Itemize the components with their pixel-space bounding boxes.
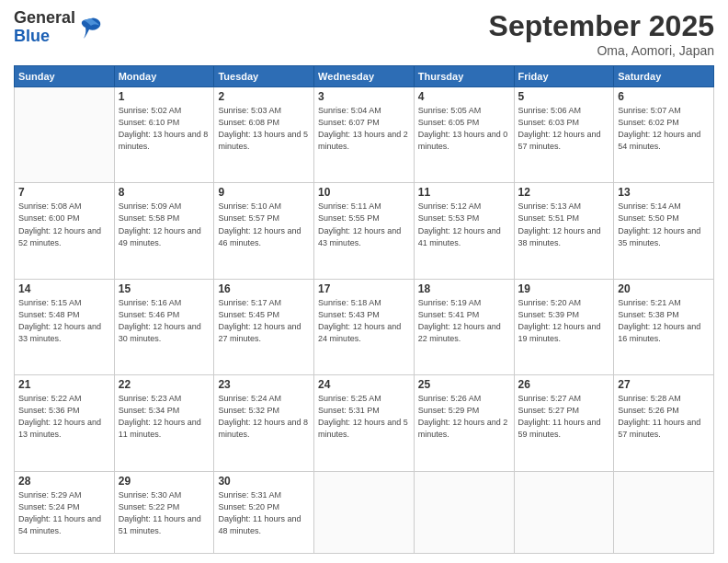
day-info: Sunrise: 5:31 AMSunset: 5:20 PMDaylight:… <box>218 489 310 537</box>
table-row <box>15 87 115 183</box>
logo-bird-icon <box>78 15 104 40</box>
calendar-week-row: 21Sunrise: 5:22 AMSunset: 5:36 PMDayligh… <box>15 375 714 471</box>
col-friday: Friday <box>514 66 614 87</box>
day-number: 14 <box>18 282 110 295</box>
day-number: 23 <box>218 378 310 391</box>
table-row: 16Sunrise: 5:17 AMSunset: 5:45 PMDayligh… <box>214 279 314 374</box>
table-row <box>414 471 514 553</box>
day-number: 9 <box>218 186 310 199</box>
table-row <box>614 471 714 553</box>
day-info: Sunrise: 5:13 AMSunset: 5:51 PMDaylight:… <box>518 201 610 248</box>
calendar-week-row: 1Sunrise: 5:02 AMSunset: 6:10 PMDaylight… <box>15 87 714 183</box>
calendar-week-row: 14Sunrise: 5:15 AMSunset: 5:48 PMDayligh… <box>15 279 714 374</box>
calendar-header-row: Sunday Monday Tuesday Wednesday Thursday… <box>15 66 714 87</box>
day-number: 21 <box>18 378 110 391</box>
table-row: 11Sunrise: 5:12 AMSunset: 5:53 PMDayligh… <box>414 183 514 279</box>
day-number: 26 <box>518 378 610 391</box>
table-row: 29Sunrise: 5:30 AMSunset: 5:22 PMDayligh… <box>114 471 214 553</box>
table-row: 27Sunrise: 5:28 AMSunset: 5:26 PMDayligh… <box>614 375 714 471</box>
day-number: 27 <box>618 378 710 391</box>
day-number: 30 <box>218 475 310 488</box>
day-info: Sunrise: 5:24 AMSunset: 5:32 PMDaylight:… <box>218 393 310 441</box>
day-number: 29 <box>119 475 210 488</box>
table-row: 21Sunrise: 5:22 AMSunset: 5:36 PMDayligh… <box>15 375 115 471</box>
day-info: Sunrise: 5:30 AMSunset: 5:22 PMDaylight:… <box>119 489 210 537</box>
table-row: 19Sunrise: 5:20 AMSunset: 5:39 PMDayligh… <box>514 279 614 374</box>
table-row: 8Sunrise: 5:09 AMSunset: 5:58 PMDaylight… <box>114 183 214 279</box>
col-tuesday: Tuesday <box>214 66 314 87</box>
day-number: 12 <box>518 186 610 199</box>
table-row: 18Sunrise: 5:19 AMSunset: 5:41 PMDayligh… <box>414 279 514 374</box>
table-row: 2Sunrise: 5:03 AMSunset: 6:08 PMDaylight… <box>214 87 314 183</box>
calendar-week-row: 7Sunrise: 5:08 AMSunset: 6:00 PMDaylight… <box>15 183 714 279</box>
day-number: 10 <box>318 186 410 199</box>
title-block: September 2025 Oma, Aomori, Japan <box>489 9 714 58</box>
day-number: 25 <box>418 378 510 391</box>
col-monday: Monday <box>114 66 214 87</box>
day-info: Sunrise: 5:18 AMSunset: 5:43 PMDaylight:… <box>318 297 410 345</box>
day-info: Sunrise: 5:20 AMSunset: 5:39 PMDaylight:… <box>518 297 610 345</box>
table-row: 15Sunrise: 5:16 AMSunset: 5:46 PMDayligh… <box>114 279 214 374</box>
day-info: Sunrise: 5:03 AMSunset: 6:08 PMDaylight:… <box>218 105 310 153</box>
table-row <box>314 471 415 553</box>
table-row: 6Sunrise: 5:07 AMSunset: 6:02 PMDaylight… <box>614 87 714 183</box>
day-info: Sunrise: 5:11 AMSunset: 5:55 PMDaylight:… <box>318 201 410 248</box>
day-number: 1 <box>119 90 210 103</box>
day-number: 19 <box>518 282 610 295</box>
table-row: 14Sunrise: 5:15 AMSunset: 5:48 PMDayligh… <box>15 279 115 374</box>
table-row: 22Sunrise: 5:23 AMSunset: 5:34 PMDayligh… <box>114 375 214 471</box>
day-number: 16 <box>218 282 310 295</box>
table-row: 24Sunrise: 5:25 AMSunset: 5:31 PMDayligh… <box>314 375 415 471</box>
day-info: Sunrise: 5:28 AMSunset: 5:26 PMDaylight:… <box>618 393 710 441</box>
col-wednesday: Wednesday <box>314 66 415 87</box>
day-info: Sunrise: 5:12 AMSunset: 5:53 PMDaylight:… <box>418 201 510 248</box>
table-row: 1Sunrise: 5:02 AMSunset: 6:10 PMDaylight… <box>114 87 214 183</box>
day-info: Sunrise: 5:08 AMSunset: 6:00 PMDaylight:… <box>18 201 110 248</box>
day-number: 13 <box>618 186 710 199</box>
day-info: Sunrise: 5:17 AMSunset: 5:45 PMDaylight:… <box>218 297 310 345</box>
day-number: 3 <box>318 90 410 103</box>
location: Oma, Aomori, Japan <box>489 43 714 58</box>
header: General Blue September 2025 Oma, Aomori,… <box>14 9 714 58</box>
day-number: 4 <box>418 90 510 103</box>
table-row: 26Sunrise: 5:27 AMSunset: 5:27 PMDayligh… <box>514 375 614 471</box>
day-info: Sunrise: 5:06 AMSunset: 6:03 PMDaylight:… <box>518 105 610 153</box>
table-row: 13Sunrise: 5:14 AMSunset: 5:50 PMDayligh… <box>614 183 714 279</box>
day-number: 11 <box>418 186 510 199</box>
calendar-week-row: 28Sunrise: 5:29 AMSunset: 5:24 PMDayligh… <box>15 471 714 553</box>
day-info: Sunrise: 5:02 AMSunset: 6:10 PMDaylight:… <box>119 105 210 153</box>
table-row: 20Sunrise: 5:21 AMSunset: 5:38 PMDayligh… <box>614 279 714 374</box>
table-row: 3Sunrise: 5:04 AMSunset: 6:07 PMDaylight… <box>314 87 415 183</box>
day-info: Sunrise: 5:21 AMSunset: 5:38 PMDaylight:… <box>618 297 710 345</box>
day-number: 2 <box>218 90 310 103</box>
day-number: 20 <box>618 282 710 295</box>
table-row: 4Sunrise: 5:05 AMSunset: 6:05 PMDaylight… <box>414 87 514 183</box>
day-number: 5 <box>518 90 610 103</box>
day-number: 8 <box>119 186 210 199</box>
day-info: Sunrise: 5:09 AMSunset: 5:58 PMDaylight:… <box>119 201 210 248</box>
day-info: Sunrise: 5:14 AMSunset: 5:50 PMDaylight:… <box>618 201 710 248</box>
month-title: September 2025 <box>489 9 714 43</box>
table-row <box>514 471 614 553</box>
calendar-table: Sunday Monday Tuesday Wednesday Thursday… <box>14 65 714 554</box>
table-row: 5Sunrise: 5:06 AMSunset: 6:03 PMDaylight… <box>514 87 614 183</box>
day-info: Sunrise: 5:19 AMSunset: 5:41 PMDaylight:… <box>418 297 510 345</box>
day-info: Sunrise: 5:16 AMSunset: 5:46 PMDaylight:… <box>119 297 210 345</box>
day-info: Sunrise: 5:10 AMSunset: 5:57 PMDaylight:… <box>218 201 310 248</box>
day-info: Sunrise: 5:29 AMSunset: 5:24 PMDaylight:… <box>18 489 110 537</box>
day-info: Sunrise: 5:23 AMSunset: 5:34 PMDaylight:… <box>119 393 210 441</box>
day-number: 18 <box>418 282 510 295</box>
day-info: Sunrise: 5:05 AMSunset: 6:05 PMDaylight:… <box>418 105 510 153</box>
table-row: 23Sunrise: 5:24 AMSunset: 5:32 PMDayligh… <box>214 375 314 471</box>
day-number: 28 <box>18 475 110 488</box>
logo: General Blue <box>14 9 104 46</box>
day-number: 6 <box>618 90 710 103</box>
day-number: 22 <box>119 378 210 391</box>
day-info: Sunrise: 5:15 AMSunset: 5:48 PMDaylight:… <box>18 297 110 345</box>
day-info: Sunrise: 5:22 AMSunset: 5:36 PMDaylight:… <box>18 393 110 441</box>
day-number: 24 <box>318 378 410 391</box>
day-info: Sunrise: 5:04 AMSunset: 6:07 PMDaylight:… <box>318 105 410 153</box>
day-info: Sunrise: 5:07 AMSunset: 6:02 PMDaylight:… <box>618 105 710 153</box>
table-row: 28Sunrise: 5:29 AMSunset: 5:24 PMDayligh… <box>15 471 115 553</box>
table-row: 7Sunrise: 5:08 AMSunset: 6:00 PMDaylight… <box>15 183 115 279</box>
